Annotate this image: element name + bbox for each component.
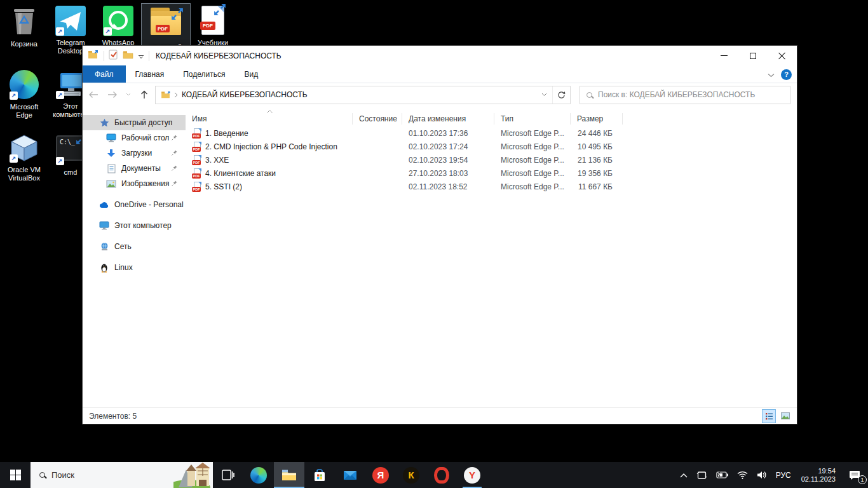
details-view-button[interactable] — [763, 410, 775, 423]
windows-logo-icon — [10, 470, 21, 480]
thumbnails-view-button[interactable] — [779, 410, 792, 423]
file-modified: 02.10.2023 17:24 — [402, 142, 494, 151]
cmd-icon: C:\_ ↗ — [55, 135, 86, 166]
up-button[interactable] — [136, 86, 153, 103]
desktop-icon-whatsapp[interactable]: ↗ WhatsApp — [94, 4, 142, 49]
file-row[interactable]: PDF3. XXE 02.10.2023 19:54 Microsoft Edg… — [186, 153, 797, 166]
taskbar-mail-button[interactable] — [335, 462, 365, 488]
file-modified: 27.10.2023 18:03 — [402, 169, 494, 178]
search-highlight-image[interactable] — [173, 462, 213, 488]
hidden-icons-button[interactable] — [675, 462, 692, 488]
column-header-size[interactable]: Размер — [571, 113, 623, 125]
desktop-icon-edge[interactable]: ↗ Microsoft Edge — [0, 67, 48, 121]
task-view-button[interactable] — [213, 462, 243, 488]
tab-file[interactable]: Файл — [83, 65, 126, 83]
start-button[interactable] — [0, 462, 31, 488]
status-bar: Элементов: 5 — [83, 407, 797, 424]
recent-locations-chevron-icon[interactable] — [123, 86, 133, 103]
desktop-icon-recycle-bin[interactable]: Корзина — [0, 4, 48, 50]
qat-customize-chevron-icon[interactable] — [138, 50, 144, 62]
back-button[interactable] — [85, 86, 102, 103]
column-header-modified[interactable]: Дата изменения — [402, 113, 494, 125]
column-header-status[interactable]: Состояние — [353, 113, 402, 125]
new-folder-button[interactable] — [123, 50, 133, 62]
compress-arrows-icon — [171, 8, 184, 20]
address-dropdown-chevron-icon[interactable] — [536, 86, 552, 103]
sidebar-item-downloads[interactable]: Загрузки — [83, 146, 186, 161]
file-type: Microsoft Edge P... — [494, 182, 571, 191]
desktop-icon-virtualbox[interactable]: ↗ Oracle VM VirtualBox — [0, 131, 48, 184]
quick-access-star-icon — [99, 118, 109, 128]
maximize-button[interactable] — [738, 46, 768, 65]
language-indicator[interactable]: РУС — [771, 462, 796, 488]
battery-icon[interactable] — [712, 462, 733, 488]
search-placeholder: Поиск в: КОДЕБАЙ КИБЕРБЕЗОПАСНОСТЬ — [598, 90, 755, 99]
sidebar-item-onedrive[interactable]: OneDrive - Personal — [83, 197, 186, 212]
tab-home[interactable]: Главная — [126, 65, 174, 83]
sidebar-item-linux[interactable]: Linux — [83, 260, 186, 275]
file-type: Microsoft Edge P... — [494, 156, 571, 165]
taskbar-clock[interactable]: 19:54 02.11.2023 — [796, 467, 841, 484]
breadcrumb[interactable]: КОДЕБАЙ КИБЕРБЕЗОПАСНОСТЬ — [182, 90, 308, 99]
taskbar-kinopoisk-button[interactable]: К — [396, 462, 426, 488]
volume-icon[interactable] — [752, 462, 771, 488]
properties-button[interactable] — [109, 50, 118, 62]
opera-icon — [434, 467, 449, 484]
close-icon — [778, 52, 786, 60]
shortcut-arrow-icon: ↗ — [56, 91, 64, 99]
file-size: 10 495 КБ — [571, 142, 623, 151]
desktop-icon-uchebniki[interactable]: PDF Учебники — [189, 4, 237, 49]
action-center-button[interactable]: 1 — [841, 462, 868, 488]
pin-icon — [171, 165, 178, 173]
file-name: 5. SSTI (2) — [205, 182, 242, 191]
yandex-browser-icon: Y — [464, 467, 480, 484]
whatsapp-icon: ↗ — [103, 6, 133, 36]
taskbar-store-button[interactable] — [304, 462, 335, 488]
taskbar-search-input[interactable]: Поиск — [31, 462, 213, 488]
file-type: Microsoft Edge P... — [494, 169, 571, 178]
mail-icon — [343, 470, 357, 480]
taskbar-file-explorer-button[interactable] — [274, 462, 304, 488]
sidebar-item-this-pc[interactable]: Этот компьютер — [83, 218, 186, 233]
close-button[interactable] — [768, 46, 797, 65]
minimize-icon — [721, 55, 728, 56]
address-bar[interactable]: КОДЕБАЙ КИБЕРБЕЗОПАСНОСТЬ — [155, 86, 571, 104]
title-bar: КОДЕБАЙ КИБЕРБЕЗОПАСНОСТЬ — [83, 46, 797, 65]
window-title: КОДЕБАЙ КИБЕРБЕЗОПАСНОСТЬ — [156, 51, 281, 60]
refresh-button[interactable] — [552, 86, 570, 104]
breadcrumb-chevron-icon — [174, 92, 178, 98]
sidebar-item-desktop[interactable]: Рабочий стол — [83, 130, 186, 146]
file-row[interactable]: PDF5. SSTI (2) 02.11.2023 18:52 Microsof… — [186, 180, 797, 193]
sort-ascending-icon — [267, 106, 273, 115]
file-row[interactable]: PDF1. Введение 01.10.2023 17:36 Microsof… — [186, 126, 797, 140]
help-button[interactable]: ? — [781, 69, 792, 80]
yandex-icon: Я — [372, 467, 389, 484]
taskbar-yandex-button[interactable]: Я — [365, 462, 396, 488]
shortcut-arrow-icon: ↗ — [10, 92, 18, 100]
address-folder-icon — [161, 91, 170, 98]
forward-button[interactable] — [104, 86, 121, 103]
file-row[interactable]: PDF4. Клиентские атаки 27.10.2023 18:03 … — [186, 166, 797, 180]
file-row[interactable]: PDF2. CMD Injection & PHP Code Injection… — [186, 140, 797, 153]
sidebar-item-quick-access[interactable]: Быстрый доступ — [83, 115, 186, 130]
taskbar-opera-button[interactable] — [426, 462, 457, 488]
tab-view[interactable]: Вид — [234, 65, 268, 83]
edge-icon — [250, 467, 267, 484]
pdf-file-icon: PDF — [192, 128, 202, 139]
tab-share[interactable]: Поделиться — [173, 65, 234, 83]
wifi-icon[interactable] — [733, 462, 752, 488]
sidebar-item-pictures[interactable]: Изображения — [83, 176, 186, 191]
taskbar-edge-button[interactable] — [243, 462, 274, 488]
sidebar-item-documents[interactable]: Документы — [83, 161, 186, 176]
navigation-toolbar: КОДЕБАЙ КИБЕРБЕЗОПАСНОСТЬ Поиск в: КОДЕБ… — [83, 83, 797, 106]
minimize-button[interactable] — [709, 46, 738, 65]
search-input[interactable]: Поиск в: КОДЕБАЙ КИБЕРБЕЗОПАСНОСТЬ — [580, 86, 790, 104]
pdf-badge: PDF — [200, 22, 215, 30]
taskbar: Поиск Я К Y — [0, 462, 868, 488]
clock-time: 19:54 — [801, 467, 836, 475]
tablet-mode-icon[interactable] — [692, 462, 712, 488]
taskbar-yandex-browser-button[interactable]: Y — [457, 462, 487, 488]
expand-ribbon-chevron-icon[interactable] — [768, 69, 775, 80]
sidebar-item-network[interactable]: Сеть — [83, 239, 186, 254]
column-header-type[interactable]: Тип — [494, 113, 571, 125]
